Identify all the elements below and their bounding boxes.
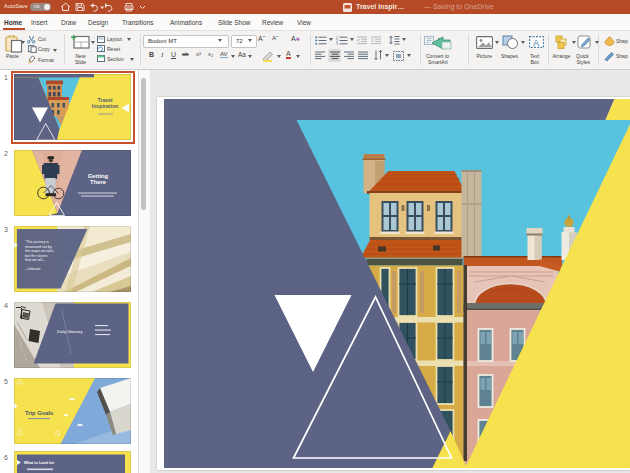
svg-text:There: There	[90, 179, 107, 185]
svg-text:Getting: Getting	[88, 173, 109, 179]
svg-text:A: A	[533, 38, 539, 48]
svg-text:What to Look for: What to Look for	[24, 461, 55, 465]
svg-text:Travel: Travel	[98, 97, 114, 103]
svg-text:the maps we take,: the maps we take,	[25, 249, 54, 253]
svg-text:but the stories: but the stories	[25, 254, 48, 258]
svg-text:measured not by: measured not by	[25, 245, 52, 249]
svg-text:3: 3	[336, 42, 338, 45]
svg-text:Trip Goals: Trip Goals	[25, 410, 53, 416]
svg-text:Daily Itinerary: Daily Itinerary	[57, 329, 84, 334]
svg-text:“The journey is: “The journey is	[25, 240, 49, 244]
svg-text:—Unknown: —Unknown	[25, 267, 41, 271]
svg-text:that we tell…: that we tell…	[25, 258, 46, 262]
svg-text:Inspiration: Inspiration	[92, 103, 119, 109]
